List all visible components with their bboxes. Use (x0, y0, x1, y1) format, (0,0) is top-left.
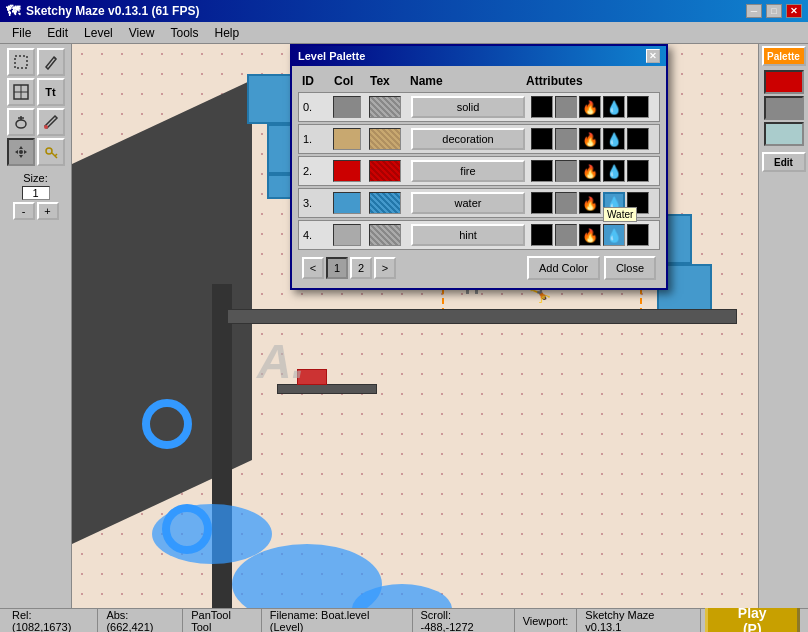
row-1-attr-black[interactable] (531, 128, 553, 150)
row-4-attrs: 🔥 💧 Water ❄ (529, 222, 659, 248)
menu-bar: File Edit Level View Tools Help (0, 22, 808, 44)
row-0-attr-water[interactable]: 💧 (603, 96, 625, 118)
edit-button[interactable]: Edit (762, 152, 806, 172)
row-2-attr-black[interactable] (531, 160, 553, 182)
row-4-name-btn[interactable]: hint (411, 224, 525, 246)
row-3-tex[interactable] (369, 192, 401, 214)
row-2-attr-gray[interactable] (555, 160, 577, 182)
ground (227, 309, 737, 324)
row-1-attr-gray[interactable] (555, 128, 577, 150)
palette-row-4: 4. hint 🔥 💧 Water ❄ (298, 220, 660, 250)
palette-row-3: 3. water 🔥 💧 ❄ (298, 188, 660, 218)
dialog-title: Level Palette (298, 50, 365, 62)
close-btn[interactable]: Close (604, 256, 656, 280)
row-3-color[interactable] (333, 192, 361, 214)
row-0-attr-black[interactable] (531, 96, 553, 118)
text-tool[interactable]: Tt (37, 78, 65, 106)
watermark-a: A. (257, 334, 305, 389)
size-label: Size: (23, 172, 47, 184)
maximize-button[interactable]: □ (766, 4, 782, 18)
close-button[interactable]: ✕ (786, 4, 802, 18)
row-2-name-btn[interactable]: fire (411, 160, 525, 182)
row-3-name-btn[interactable]: water (411, 192, 525, 214)
row-3-attr-water-active[interactable]: 💧 (603, 192, 625, 214)
pencil-tool[interactable] (37, 48, 65, 76)
size-controls: - + (13, 202, 59, 220)
dialog-titlebar: Level Palette ✕ (292, 46, 666, 66)
row-1-attr-star[interactable]: ❄ (627, 128, 649, 150)
row-1-name-btn[interactable]: decoration (411, 128, 525, 150)
svg-line-1 (54, 57, 56, 59)
row-4-color[interactable] (333, 224, 361, 246)
rect-tool[interactable] (7, 78, 35, 106)
minimize-button[interactable]: ─ (746, 4, 762, 18)
row-4-attr-black[interactable] (531, 224, 553, 246)
menu-tools[interactable]: Tools (163, 24, 207, 42)
add-color-btn[interactable]: Add Color (527, 256, 600, 280)
dialog-close-button[interactable]: ✕ (646, 49, 660, 63)
color-swatch-red[interactable] (764, 70, 804, 94)
row-0-tex[interactable] (369, 96, 401, 118)
dialog-actions: Add Color Close (527, 256, 656, 280)
color-swatch-teal[interactable] (764, 122, 804, 146)
status-filename: Filename: Boat.level (Level) (262, 609, 413, 632)
row-4-attr-gray[interactable] (555, 224, 577, 246)
col-tex: Tex (370, 74, 410, 88)
dropper-tool[interactable] (37, 108, 65, 136)
dialog-content: ID Col Tex Name Attributes 0. solid 🔥 (292, 66, 666, 288)
palette-button[interactable]: Palette (762, 46, 806, 66)
row-4-attr-star[interactable]: ❄ (627, 224, 649, 246)
row-3-attr-fire[interactable]: 🔥 (579, 192, 601, 214)
row-3-attr-black[interactable] (531, 192, 553, 214)
size-decrease[interactable]: - (13, 202, 35, 220)
page-next-btn[interactable]: > (374, 257, 396, 279)
row-2-attr-fire[interactable]: 🔥 (579, 160, 601, 182)
page-1-btn[interactable]: 1 (326, 257, 348, 279)
paint-tool[interactable] (7, 108, 35, 136)
row-4-tex[interactable] (369, 224, 401, 246)
row-0-attr-star[interactable]: ❄ (627, 96, 649, 118)
row-0-color[interactable] (333, 96, 361, 118)
row-0-attr-gray[interactable] (555, 96, 577, 118)
menu-file[interactable]: File (4, 24, 39, 42)
key-tool[interactable] (37, 138, 65, 166)
row-0-attr-fire[interactable]: 🔥 (579, 96, 601, 118)
row-0-name-btn[interactable]: solid (411, 96, 525, 118)
row-2-tex[interactable] (369, 160, 401, 182)
row-1-attr-water[interactable]: 💧 (603, 128, 625, 150)
color-swatch-gray[interactable] (764, 96, 804, 120)
col-attrs: Attributes (526, 74, 656, 88)
svg-point-5 (16, 120, 26, 128)
status-abs: Abs:(662,421) (98, 609, 183, 632)
row-3-attr-gray[interactable] (555, 192, 577, 214)
row-4-attr-fire[interactable]: 🔥 (579, 224, 601, 246)
canvas-area[interactable]: 🤸 A. Level Palette ✕ ID Col Tex Name (72, 44, 758, 608)
pagination: < 1 2 > (302, 257, 396, 279)
page-2-btn[interactable]: 2 (350, 257, 372, 279)
menu-edit[interactable]: Edit (39, 24, 76, 42)
select-tool[interactable] (7, 48, 35, 76)
row-2-attr-star[interactable]: ❄ (627, 160, 649, 182)
svg-point-6 (44, 125, 48, 129)
menu-help[interactable]: Help (207, 24, 248, 42)
palette-row-2: 2. fire 🔥 💧 ❄ (298, 156, 660, 186)
page-prev-btn[interactable]: < (302, 257, 324, 279)
row-4-attr-water[interactable]: 💧 (603, 224, 625, 246)
row-2-color[interactable] (333, 160, 361, 182)
row-4-water-area: 💧 Water (603, 224, 625, 246)
menu-view[interactable]: View (121, 24, 163, 42)
status-tool: PanTool Tool (183, 609, 262, 632)
blue-circle-1 (142, 399, 192, 449)
row-1-tex[interactable] (369, 128, 401, 150)
status-scroll: Scroll: -488,-1272 (413, 609, 515, 632)
title-bar: 🗺 Sketchy Maze v0.13.1 (61 FPS) ─ □ ✕ (0, 0, 808, 22)
row-3-attr-star[interactable]: ❄ (627, 192, 649, 214)
row-2-attr-water[interactable]: 💧 (603, 160, 625, 182)
move-tool[interactable] (7, 138, 35, 166)
row-1-attr-fire[interactable]: 🔥 (579, 128, 601, 150)
size-increase[interactable]: + (37, 202, 59, 220)
status-rel: Rel:(1082,1673) (4, 609, 98, 632)
row-1-color[interactable] (333, 128, 361, 150)
menu-level[interactable]: Level (76, 24, 121, 42)
svg-point-7 (19, 150, 23, 154)
